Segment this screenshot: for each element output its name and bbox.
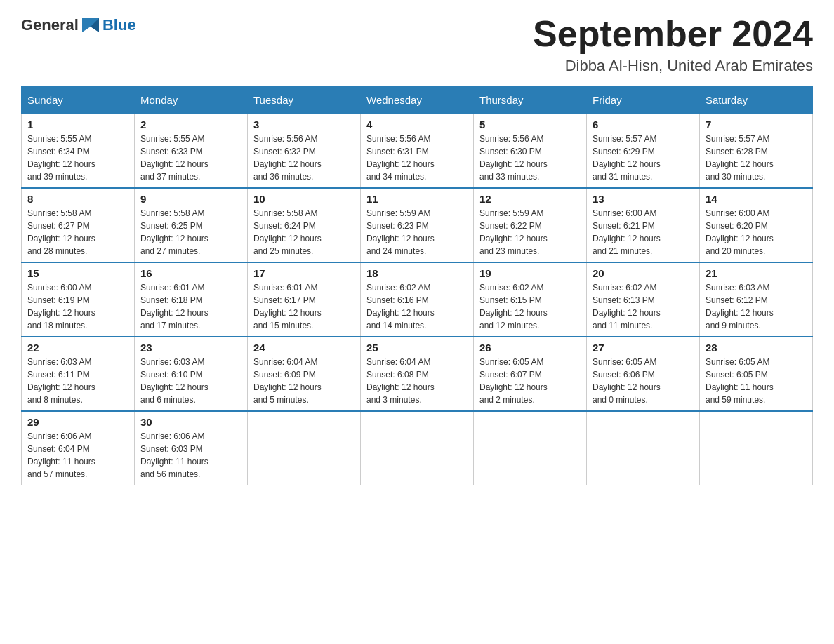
- calendar-day-cell: [587, 411, 700, 485]
- calendar-day-cell: 16Sunrise: 6:01 AMSunset: 6:18 PMDayligh…: [135, 262, 248, 337]
- day-detail: Sunrise: 6:00 AMSunset: 6:20 PMDaylight:…: [706, 207, 807, 257]
- calendar-day-cell: 3Sunrise: 5:56 AMSunset: 6:32 PMDaylight…: [248, 114, 361, 188]
- logo: General Blue: [21, 14, 136, 36]
- day-number: 11: [366, 193, 468, 205]
- calendar-day-cell: 1Sunrise: 5:55 AMSunset: 6:34 PMDaylight…: [22, 114, 135, 188]
- calendar-day-cell: 23Sunrise: 6:03 AMSunset: 6:10 PMDayligh…: [135, 337, 248, 411]
- location-subtitle: Dibba Al-Hisn, United Arab Emirates: [533, 57, 813, 75]
- calendar-day-cell: 19Sunrise: 6:02 AMSunset: 6:15 PMDayligh…: [474, 262, 587, 337]
- day-number: 9: [140, 193, 241, 205]
- calendar-day-cell: 9Sunrise: 5:58 AMSunset: 6:25 PMDaylight…: [135, 188, 248, 262]
- calendar-day-cell: 24Sunrise: 6:04 AMSunset: 6:09 PMDayligh…: [248, 337, 361, 411]
- day-number: 2: [140, 119, 241, 130]
- calendar-week-row: 15Sunrise: 6:00 AMSunset: 6:19 PMDayligh…: [22, 262, 813, 337]
- day-detail: Sunrise: 6:06 AMSunset: 6:04 PMDaylight:…: [27, 430, 128, 481]
- day-detail: Sunrise: 6:02 AMSunset: 6:13 PMDaylight:…: [593, 281, 694, 332]
- column-header-saturday: Saturday: [700, 87, 813, 114]
- day-number: 25: [366, 342, 468, 354]
- day-detail: Sunrise: 5:57 AMSunset: 6:29 PMDaylight:…: [593, 133, 694, 183]
- calendar-day-cell: 11Sunrise: 5:59 AMSunset: 6:23 PMDayligh…: [361, 188, 474, 262]
- day-detail: Sunrise: 5:56 AMSunset: 6:31 PMDaylight:…: [366, 133, 468, 183]
- calendar-day-cell: 14Sunrise: 6:00 AMSunset: 6:20 PMDayligh…: [700, 188, 813, 262]
- calendar-day-cell: [361, 411, 474, 485]
- day-number: 13: [593, 193, 694, 205]
- calendar-day-cell: 17Sunrise: 6:01 AMSunset: 6:17 PMDayligh…: [248, 262, 361, 337]
- calendar-table: SundayMondayTuesdayWednesdayThursdayFrid…: [21, 86, 813, 485]
- calendar-header-row: SundayMondayTuesdayWednesdayThursdayFrid…: [22, 87, 813, 114]
- day-detail: Sunrise: 6:03 AMSunset: 6:10 PMDaylight:…: [140, 356, 241, 406]
- day-number: 24: [253, 342, 355, 354]
- day-detail: Sunrise: 6:05 AMSunset: 6:07 PMDaylight:…: [479, 356, 581, 406]
- calendar-week-row: 22Sunrise: 6:03 AMSunset: 6:11 PMDayligh…: [22, 337, 813, 411]
- day-number: 1: [27, 119, 128, 130]
- calendar-day-cell: 2Sunrise: 5:55 AMSunset: 6:33 PMDaylight…: [135, 114, 248, 188]
- calendar-week-row: 1Sunrise: 5:55 AMSunset: 6:34 PMDaylight…: [22, 114, 813, 188]
- calendar-day-cell: 30Sunrise: 6:06 AMSunset: 6:03 PMDayligh…: [135, 411, 248, 485]
- day-detail: Sunrise: 6:00 AMSunset: 6:21 PMDaylight:…: [593, 207, 694, 257]
- calendar-day-cell: 7Sunrise: 5:57 AMSunset: 6:28 PMDaylight…: [700, 114, 813, 188]
- day-detail: Sunrise: 5:59 AMSunset: 6:23 PMDaylight:…: [366, 207, 468, 257]
- day-detail: Sunrise: 6:01 AMSunset: 6:17 PMDaylight:…: [253, 281, 355, 332]
- day-number: 7: [706, 119, 807, 130]
- day-detail: Sunrise: 6:06 AMSunset: 6:03 PMDaylight:…: [140, 430, 241, 481]
- column-header-friday: Friday: [587, 87, 700, 114]
- calendar-week-row: 29Sunrise: 6:06 AMSunset: 6:04 PMDayligh…: [22, 411, 813, 485]
- logo-icon: [79, 14, 102, 36]
- logo-blue-text: Blue: [102, 16, 136, 34]
- calendar-day-cell: [700, 411, 813, 485]
- day-number: 20: [593, 267, 694, 279]
- calendar-day-cell: 4Sunrise: 5:56 AMSunset: 6:31 PMDaylight…: [361, 114, 474, 188]
- calendar-day-cell: 5Sunrise: 5:56 AMSunset: 6:30 PMDaylight…: [474, 114, 587, 188]
- column-header-wednesday: Wednesday: [361, 87, 474, 114]
- day-detail: Sunrise: 6:03 AMSunset: 6:12 PMDaylight:…: [706, 281, 807, 332]
- day-number: 12: [479, 193, 581, 205]
- day-number: 28: [706, 342, 807, 354]
- day-number: 5: [479, 119, 581, 130]
- day-detail: Sunrise: 5:55 AMSunset: 6:33 PMDaylight:…: [140, 133, 241, 183]
- day-number: 14: [706, 193, 807, 205]
- calendar-day-cell: 18Sunrise: 6:02 AMSunset: 6:16 PMDayligh…: [361, 262, 474, 337]
- day-number: 19: [479, 267, 581, 279]
- day-detail: Sunrise: 5:59 AMSunset: 6:22 PMDaylight:…: [479, 207, 581, 257]
- day-detail: Sunrise: 5:58 AMSunset: 6:24 PMDaylight:…: [253, 207, 355, 257]
- title-area: September 2024 Dibba Al-Hisn, United Ara…: [533, 14, 813, 75]
- month-title: September 2024: [533, 14, 813, 54]
- day-number: 22: [27, 342, 128, 354]
- column-header-monday: Monday: [135, 87, 248, 114]
- day-number: 21: [706, 267, 807, 279]
- calendar-day-cell: 20Sunrise: 6:02 AMSunset: 6:13 PMDayligh…: [587, 262, 700, 337]
- calendar-day-cell: 26Sunrise: 6:05 AMSunset: 6:07 PMDayligh…: [474, 337, 587, 411]
- calendar-week-row: 8Sunrise: 5:58 AMSunset: 6:27 PMDaylight…: [22, 188, 813, 262]
- calendar-day-cell: 15Sunrise: 6:00 AMSunset: 6:19 PMDayligh…: [22, 262, 135, 337]
- day-number: 18: [366, 267, 468, 279]
- day-detail: Sunrise: 6:04 AMSunset: 6:09 PMDaylight:…: [253, 356, 355, 406]
- calendar-day-cell: 6Sunrise: 5:57 AMSunset: 6:29 PMDaylight…: [587, 114, 700, 188]
- day-detail: Sunrise: 6:00 AMSunset: 6:19 PMDaylight:…: [27, 281, 128, 332]
- day-number: 16: [140, 267, 241, 279]
- day-number: 8: [27, 193, 128, 205]
- day-detail: Sunrise: 5:55 AMSunset: 6:34 PMDaylight:…: [27, 133, 128, 183]
- day-detail: Sunrise: 5:56 AMSunset: 6:32 PMDaylight:…: [253, 133, 355, 183]
- day-number: 6: [593, 119, 694, 130]
- page-header: General Blue September 2024 Dibba Al-His…: [21, 14, 813, 75]
- day-detail: Sunrise: 6:02 AMSunset: 6:16 PMDaylight:…: [366, 281, 468, 332]
- calendar-day-cell: [474, 411, 587, 485]
- calendar-day-cell: [248, 411, 361, 485]
- column-header-thursday: Thursday: [474, 87, 587, 114]
- day-detail: Sunrise: 6:05 AMSunset: 6:05 PMDaylight:…: [706, 356, 807, 406]
- day-detail: Sunrise: 5:57 AMSunset: 6:28 PMDaylight:…: [706, 133, 807, 183]
- day-detail: Sunrise: 6:05 AMSunset: 6:06 PMDaylight:…: [593, 356, 694, 406]
- day-number: 27: [593, 342, 694, 354]
- day-detail: Sunrise: 6:01 AMSunset: 6:18 PMDaylight:…: [140, 281, 241, 332]
- column-header-sunday: Sunday: [22, 87, 135, 114]
- day-number: 17: [253, 267, 355, 279]
- day-number: 10: [253, 193, 355, 205]
- calendar-day-cell: 27Sunrise: 6:05 AMSunset: 6:06 PMDayligh…: [587, 337, 700, 411]
- day-detail: Sunrise: 5:58 AMSunset: 6:27 PMDaylight:…: [27, 207, 128, 257]
- calendar-day-cell: 29Sunrise: 6:06 AMSunset: 6:04 PMDayligh…: [22, 411, 135, 485]
- calendar-day-cell: 10Sunrise: 5:58 AMSunset: 6:24 PMDayligh…: [248, 188, 361, 262]
- calendar-day-cell: 22Sunrise: 6:03 AMSunset: 6:11 PMDayligh…: [22, 337, 135, 411]
- logo-general-text: General: [21, 16, 79, 34]
- day-number: 15: [27, 267, 128, 279]
- day-detail: Sunrise: 5:56 AMSunset: 6:30 PMDaylight:…: [479, 133, 581, 183]
